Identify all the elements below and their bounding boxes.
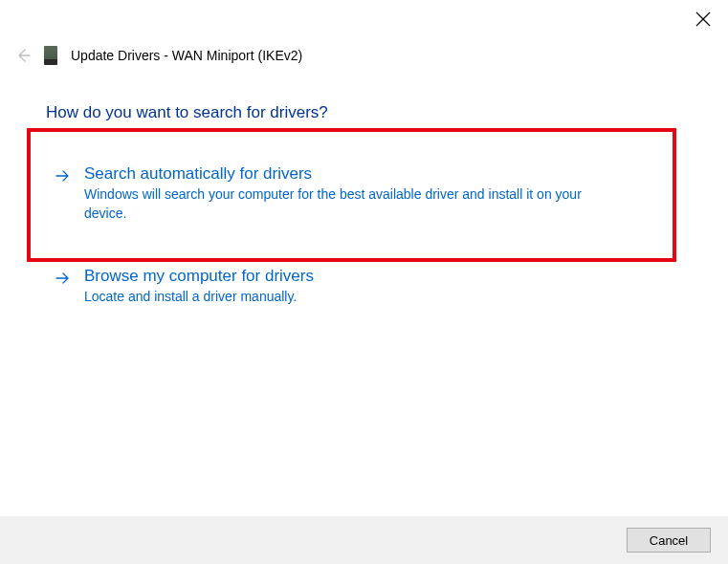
window-header: Update Drivers - WAN Miniport (IKEv2) [0,0,728,65]
option-title: Search automatically for drivers [84,164,682,184]
window-title: Update Drivers - WAN Miniport (IKEv2) [71,48,302,63]
option-browse-computer[interactable]: Browse my computer for drivers Locate an… [46,257,682,307]
cancel-button[interactable]: Cancel [627,528,711,553]
content-area: How do you want to search for drivers? S… [0,65,728,307]
arrow-left-icon [15,48,31,63]
close-icon [695,11,711,27]
dialog-footer: Cancel [0,516,728,564]
option-text: Search automatically for drivers Windows… [84,164,682,223]
back-button[interactable] [15,48,31,63]
option-description: Windows will search your computer for th… [84,185,601,223]
arrow-right-icon [55,271,71,286]
option-description: Locate and install a driver manually. [84,288,601,307]
option-title: Browse my computer for drivers [84,267,682,286]
close-button[interactable] [695,11,711,27]
device-icon [44,46,57,65]
page-heading: How do you want to search for drivers? [46,103,682,122]
option-search-automatically[interactable]: Search automatically for drivers Windows… [46,155,682,223]
option-text: Browse my computer for drivers Locate an… [84,267,682,307]
arrow-right-icon [55,168,71,184]
